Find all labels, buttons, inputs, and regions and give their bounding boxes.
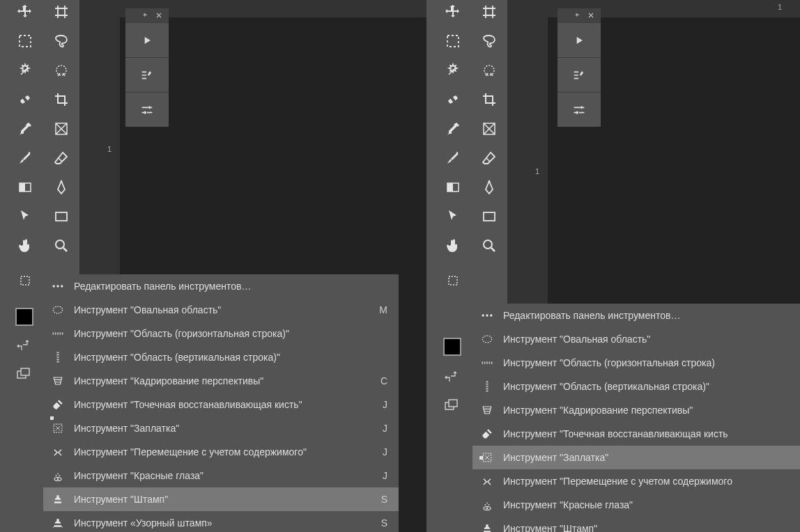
move-tool-icon[interactable] <box>17 3 33 20</box>
play-action-icon[interactable] <box>572 33 586 47</box>
wand-tool-icon[interactable] <box>17 62 33 79</box>
panel-collapse-icon[interactable] <box>141 10 151 20</box>
tool-menu-item[interactable]: Инструмент "Перемещение с учетом содержи… <box>472 469 800 493</box>
tool-item-label: Инструмент "Точечная восстанавливающая к… <box>74 399 367 410</box>
tool-item-label: Инструмент "Овальная область" <box>74 304 367 315</box>
foreground-swatch[interactable] <box>443 338 461 356</box>
zoom-tool-icon[interactable] <box>53 237 70 254</box>
tool-menu-item[interactable]: Инструмент "Овальная область" <box>472 327 800 351</box>
healing-tool-icon[interactable] <box>445 91 461 108</box>
crop-tool-icon[interactable] <box>53 91 70 108</box>
edit-toolbar-label: Редактировать панель инструментов… <box>74 281 367 292</box>
tool-item-icon <box>51 492 65 506</box>
tool-menu-item[interactable]: Инструмент "Точечная восстанавливающая к… <box>472 422 800 446</box>
tool-item-label: Инструмент "Перемещение с учетом содержи… <box>503 476 789 487</box>
hand-tool-icon[interactable] <box>445 237 461 254</box>
pointer-tool-icon[interactable] <box>445 208 461 225</box>
eraser-tool-icon[interactable] <box>481 150 498 166</box>
ruler-mark: 1 <box>107 145 111 153</box>
tool-menu-item[interactable]: Инструмент "Заплатка" <box>472 446 800 469</box>
tool-menu-item[interactable]: Инструмент "Кадрирование перспективы"C <box>43 369 399 393</box>
frame-tool-icon[interactable] <box>53 120 70 137</box>
shortcut-label: J <box>375 423 387 434</box>
overflow-tools-icon[interactable] <box>445 272 461 289</box>
hand-tool-icon[interactable] <box>17 237 33 254</box>
tool-item-icon <box>480 474 494 488</box>
brush-tool-icon[interactable] <box>445 150 461 166</box>
panel-close-icon[interactable] <box>587 11 595 19</box>
tool-menu-item[interactable]: Инструмент "Перемещение с учетом содержи… <box>43 440 399 464</box>
shortcut-label: J <box>375 399 387 410</box>
tool-item-label: Инструмент "Овальная область" <box>503 334 789 345</box>
foreground-swatch[interactable] <box>15 308 33 326</box>
shortcut-label: C <box>375 375 387 386</box>
tool-menu-item[interactable]: Инструмент "Красные глаза" <box>472 493 800 517</box>
brush-tool-icon[interactable] <box>17 150 33 166</box>
play-action-icon[interactable] <box>140 33 154 47</box>
gradient-tool-icon[interactable] <box>17 179 33 196</box>
history-brush-icon[interactable] <box>139 68 155 83</box>
tool-item-label: Инструмент "Штамп" <box>74 494 367 505</box>
marquee-tool-icon[interactable] <box>17 33 33 49</box>
panel-collapse-icon[interactable] <box>573 10 583 20</box>
move-tool-icon[interactable] <box>445 3 461 20</box>
history-brush-icon[interactable] <box>571 68 587 83</box>
rectangle-tool-icon[interactable] <box>53 208 70 225</box>
tool-item-icon <box>51 303 65 317</box>
tool-menu-item[interactable]: Инструмент "Область (вертикальная строка… <box>43 345 399 369</box>
quick-selection-tool-icon[interactable] <box>53 62 70 79</box>
shortcut-label: S <box>375 494 387 505</box>
tool-menu-item[interactable]: Инструмент "Область (вертикальная строка… <box>472 375 800 398</box>
tool-item-icon <box>480 427 494 441</box>
gradient-tool-icon[interactable] <box>445 179 461 196</box>
pointer-tool-icon[interactable] <box>17 208 33 225</box>
marquee-tool-icon[interactable] <box>445 33 461 49</box>
lasso-tool-icon[interactable] <box>53 33 70 49</box>
panel-close-icon[interactable] <box>155 11 163 19</box>
adjustments-icon[interactable] <box>139 102 155 118</box>
tool-item-label: Инструмент "Область (горизонтальная стро… <box>74 328 367 339</box>
healing-tool-icon[interactable] <box>17 91 33 108</box>
tool-item-label: Инструмент "Штамп" <box>503 523 789 532</box>
swap-colors-icon[interactable] <box>443 369 460 386</box>
eyedropper-tool-icon[interactable] <box>445 120 461 137</box>
tool-item-label: Инструмент «Узорный штамп» <box>74 517 367 529</box>
screen-mode-icon[interactable] <box>443 397 460 414</box>
artboard-tool-icon[interactable] <box>481 3 498 20</box>
dots-icon <box>51 279 65 293</box>
rectangle-tool-icon[interactable] <box>481 208 498 225</box>
tool-item-icon <box>51 374 65 388</box>
frame-tool-icon[interactable] <box>481 120 498 137</box>
pen-tool-icon[interactable] <box>53 179 70 196</box>
quick-selection-tool-icon[interactable] <box>481 62 498 79</box>
ruler-mark: 1 <box>535 167 539 175</box>
tool-menu-item[interactable]: Инструмент "Овальная область"M <box>43 298 399 322</box>
tool-menu-item[interactable]: Инструмент "Точечная восстанавливающая к… <box>43 393 399 416</box>
tool-menu-item[interactable]: Инструмент "Заплатка"J <box>43 416 399 440</box>
swap-colors-icon[interactable] <box>15 338 32 354</box>
tool-menu-item[interactable]: Инструмент "Штамп"S <box>43 487 399 511</box>
tool-menu-item[interactable]: Инструмент "Красные глаза"J <box>43 464 399 487</box>
wand-tool-icon[interactable] <box>445 62 461 79</box>
tool-item-label: Инструмент "Область (вертикальная строка… <box>74 352 367 363</box>
tool-menu-item[interactable]: Инструмент "Область (горизонтальная стро… <box>43 322 399 345</box>
eraser-tool-icon[interactable] <box>53 150 70 166</box>
lasso-tool-icon[interactable] <box>481 33 498 49</box>
adjustments-icon[interactable] <box>571 102 587 118</box>
eyedropper-tool-icon[interactable] <box>17 120 33 137</box>
crop-tool-icon[interactable] <box>481 91 498 108</box>
tool-menu-item[interactable]: Инструмент "Кадрирование перспективы" <box>472 398 800 422</box>
pen-tool-icon[interactable] <box>481 179 498 196</box>
tool-item-icon <box>51 350 65 364</box>
screen-mode-icon[interactable] <box>15 366 32 382</box>
edit-toolbar-item[interactable]: Редактировать панель инструментов… <box>43 274 399 298</box>
overflow-tools-icon[interactable] <box>17 272 33 289</box>
tool-item-label: Инструмент "Область (вертикальная строка… <box>503 381 789 392</box>
tool-menu-item[interactable]: Инструмент "Область (горизонтальная стро… <box>472 351 800 375</box>
zoom-tool-icon[interactable] <box>481 237 498 254</box>
artboard-tool-icon[interactable] <box>53 3 70 20</box>
edit-toolbar-item[interactable]: Редактировать панель инструментов… <box>472 304 800 327</box>
tool-menu-item[interactable]: Инструмент "Штамп" <box>472 517 800 532</box>
shortcut-label: M <box>375 304 387 315</box>
tool-menu-item[interactable]: Инструмент «Узорный штамп»S <box>43 511 399 532</box>
